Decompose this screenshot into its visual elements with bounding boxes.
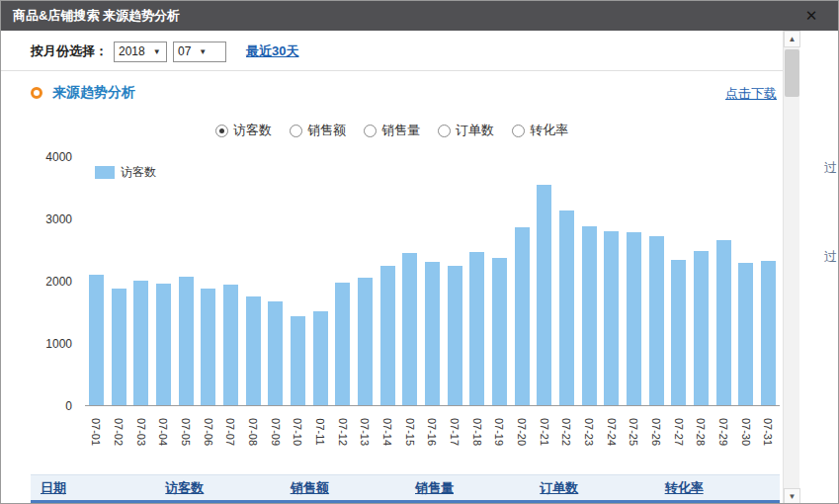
bar-07-28[interactable] [694, 251, 709, 405]
x-slot: 07-07 [219, 408, 242, 462]
column-header-转化率[interactable]: 转化率 [655, 479, 780, 497]
bar-slot [129, 157, 152, 405]
x-axis-label: 07-19 [493, 418, 505, 446]
radio-icon[interactable] [290, 125, 302, 137]
bar-slot [734, 157, 757, 405]
download-link[interactable]: 点击下载 [725, 85, 777, 103]
metric-radio-销售额[interactable]: 销售额 [290, 122, 346, 139]
bar-07-11[interactable] [313, 311, 328, 405]
column-header-访客数[interactable]: 访客数 [155, 479, 280, 497]
bar-slot [354, 157, 377, 405]
x-axis-label: 07-23 [583, 418, 595, 446]
bar-07-23[interactable] [582, 226, 597, 405]
bar-07-21[interactable] [537, 185, 551, 405]
bar-07-13[interactable] [358, 278, 373, 405]
bar-07-02[interactable] [112, 289, 126, 405]
bar-slot [175, 157, 198, 405]
month-filter-label: 按月份选择： [31, 42, 108, 60]
bar-slot [85, 157, 108, 405]
x-axis-label: 07-06 [203, 418, 214, 446]
modal-titlebar: 商品&店铺搜索 来源趋势分析 ✕ [1, 1, 839, 31]
bar-07-17[interactable] [448, 266, 462, 405]
bar-07-09[interactable] [268, 301, 283, 405]
vertical-scrollbar[interactable]: ▲ ▼ [783, 31, 799, 504]
section-title: 来源趋势分析 [52, 84, 135, 102]
bar-07-25[interactable] [627, 232, 641, 405]
radio-icon[interactable] [438, 125, 451, 137]
metric-radio-销售量[interactable]: 销售量 [364, 122, 420, 139]
section-header: 来源趋势分析 [31, 83, 135, 103]
bar-07-20[interactable] [515, 227, 530, 405]
month-select[interactable]: 07 ▼ [173, 42, 226, 62]
x-axis-label: 07-28 [695, 418, 707, 446]
bar-07-15[interactable] [402, 253, 417, 405]
x-slot: 07-12 [331, 408, 354, 462]
radio-icon[interactable] [512, 125, 525, 137]
bar-slot [108, 157, 130, 405]
x-axis-label: 07-16 [426, 418, 438, 446]
column-header-销售量[interactable]: 销售量 [405, 479, 530, 497]
year-select[interactable]: 2018 ▼ [114, 42, 167, 62]
bar-07-22[interactable] [559, 210, 574, 405]
y-axis: 01000200030004000 [19, 157, 78, 406]
metric-radio-转化率[interactable]: 转化率 [512, 122, 568, 139]
metric-radio-订单数[interactable]: 订单数 [438, 122, 494, 139]
bar-slot [197, 157, 219, 405]
bar-slot [264, 157, 287, 405]
x-slot: 07-21 [533, 408, 555, 462]
scrollbar-down-icon[interactable]: ▼ [784, 488, 800, 504]
bar-slot [219, 157, 242, 405]
bar-07-05[interactable] [179, 277, 194, 405]
metric-radio-访客数[interactable]: 访客数 [215, 122, 272, 139]
x-axis-label: 07-15 [404, 418, 416, 446]
bar-07-06[interactable] [201, 289, 215, 405]
bar-07-01[interactable] [89, 275, 104, 405]
recent-30-days-link[interactable]: 最近30天 [246, 42, 298, 60]
bar-07-07[interactable] [223, 285, 238, 405]
close-icon[interactable]: ✕ [802, 7, 820, 25]
bar-slot [578, 157, 601, 405]
bar-07-29[interactable] [716, 240, 731, 405]
radio-icon[interactable] [364, 125, 377, 137]
bar-07-04[interactable] [156, 284, 171, 405]
column-header-销售额[interactable]: 销售额 [281, 479, 405, 497]
x-axis-label: 07-08 [247, 418, 259, 446]
x-slot: 07-11 [309, 408, 332, 462]
bar-slot [488, 157, 511, 405]
x-axis-label: 07-10 [292, 418, 303, 446]
bar-07-30[interactable] [738, 263, 753, 405]
table-header-row: 日期访客数销售额销售量订单数转化率 [31, 474, 780, 500]
bar-slot [331, 157, 354, 405]
metric-radio-label: 销售额 [307, 122, 346, 139]
bar-07-31[interactable] [761, 261, 776, 405]
x-slot: 07-09 [264, 408, 287, 462]
x-slot: 07-13 [354, 408, 377, 462]
x-slot: 07-30 [734, 408, 757, 462]
x-axis-label: 07-27 [673, 418, 685, 446]
bar-07-12[interactable] [335, 283, 350, 405]
bar-07-16[interactable] [425, 262, 440, 405]
radio-selected-icon[interactable] [215, 125, 228, 137]
bar-slot [757, 157, 780, 405]
bar-07-10[interactable] [291, 316, 305, 405]
scrollbar-thumb[interactable] [785, 49, 799, 97]
bar-07-18[interactable] [469, 252, 484, 405]
bar-07-26[interactable] [649, 236, 664, 405]
bar-07-27[interactable] [671, 260, 686, 405]
bar-slot [623, 157, 645, 405]
bar-07-03[interactable] [133, 281, 148, 405]
column-header-日期[interactable]: 日期 [31, 479, 155, 497]
scrollbar-up-icon[interactable]: ▲ [784, 31, 800, 47]
x-slot: 07-02 [108, 408, 130, 462]
bar-07-19[interactable] [492, 258, 507, 405]
clipped-text-fragment: 过 [824, 159, 837, 177]
bar-07-08[interactable] [246, 296, 261, 405]
bar-07-14[interactable] [380, 266, 395, 405]
month-select-value: 07 [178, 44, 191, 58]
month-filter-row: 按月份选择： 2018 ▼ 07 ▼ 最近30天 [31, 41, 298, 62]
x-axis-label: 07-20 [516, 418, 528, 446]
bar-07-24[interactable] [604, 231, 619, 405]
column-header-订单数[interactable]: 订单数 [530, 479, 654, 497]
bar-slot [645, 157, 668, 405]
x-axis-label: 07-03 [135, 418, 147, 446]
